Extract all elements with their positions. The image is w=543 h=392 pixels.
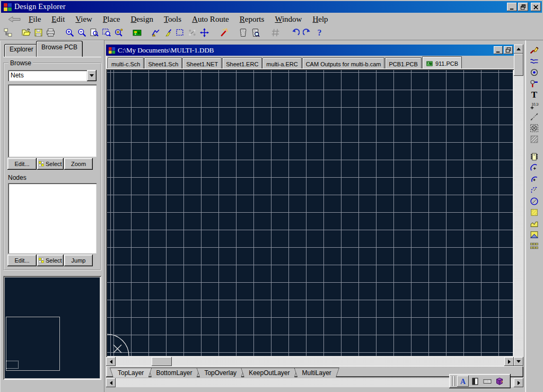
select-area-button[interactable] [174,27,186,39]
scroll-down-button[interactable] [514,357,523,366]
layer-tab-multilayer[interactable]: MultiLayer [294,368,339,377]
menu-view[interactable]: View [70,14,98,24]
zoom-all-button[interactable] [88,27,100,39]
menu-edit[interactable]: Edit [46,14,70,24]
doc-tab-multi-a-erc[interactable]: multi-a.ERC [262,57,301,68]
menu-reports[interactable]: Reports [234,14,270,24]
menu-file[interactable]: File [23,14,46,24]
place-fill-hatched-button[interactable] [527,134,541,145]
nodes-listbox[interactable] [8,183,97,254]
open-document-button[interactable] [20,27,32,39]
place-fill-button[interactable] [527,207,541,218]
workspace-scroll-right-button[interactable] [514,378,523,387]
interactive-routing-button[interactable] [527,45,541,56]
tab-browse-pcb[interactable]: Browse PCB [36,41,83,57]
doc-tab-cam-outputs-for-multi-b-cam[interactable]: CAM Outputs for multi-b.cam [302,57,385,68]
deselect-all-button[interactable] [186,27,198,39]
layer-tab-toplayer[interactable]: TopLayer [110,368,152,377]
toggle-grid-button[interactable] [269,27,282,39]
vertical-scrollbar[interactable] [514,45,523,366]
menu-place[interactable]: Place [98,14,125,24]
move-object-button[interactable] [198,27,211,39]
doc-tab-sheet1-net[interactable]: Sheet1.NET [182,57,222,68]
place-polygon-plane-button[interactable] [527,218,541,229]
board-view-button[interactable] [131,27,143,39]
scroll-left-button[interactable] [106,357,116,366]
board-minimap[interactable] [3,276,101,380]
maximize-button[interactable] [518,3,528,11]
toolbar-grip[interactable] [453,376,455,386]
text-find-button[interactable]: A [457,376,469,387]
place-coordinate-button[interactable]: 10,10 [527,100,541,111]
tab-explorer[interactable]: Explorer [4,44,39,57]
layer-tab-bottomlayer[interactable]: BottomLayer [148,368,200,377]
menu-window[interactable]: Window [269,14,307,24]
doc-tab-911-pcb[interactable]: 911.PCB [422,56,462,68]
place-via-button[interactable] [527,78,541,89]
panel-toggle-button[interactable] [469,376,481,387]
doc-tab-pcb1-pcb[interactable]: PCB1.PCB [385,57,421,68]
button-select[interactable]: Select [37,255,64,266]
place-split-plane-button[interactable] [527,229,541,240]
wizard-button[interactable] [218,27,230,39]
place-arc-angle-button[interactable] [527,185,541,196]
highlight-net-button[interactable] [162,27,174,39]
place-string-button[interactable]: T [527,89,541,100]
place-keepout-button[interactable] [527,123,541,134]
keyboard-shortcuts-button[interactable] [481,376,493,387]
place-arc-center-button[interactable] [527,173,541,185]
find-component-button[interactable] [249,27,261,39]
help-book-button[interactable]: ? [494,376,505,387]
button-edit[interactable]: Edit... [7,255,37,266]
hscroll-track[interactable] [116,357,504,366]
place-arc-edge-button[interactable] [527,162,541,173]
zoom-area-button[interactable] [100,27,112,39]
document-minimize-button[interactable] [494,46,503,54]
place-component-button[interactable] [527,151,541,162]
scroll-up-button[interactable] [514,45,523,54]
print-button[interactable] [45,27,57,39]
doc-tab-multi-c-sch[interactable]: multi-c.Sch [108,57,144,68]
menu-help[interactable]: Help [307,14,333,24]
place-dimension-button[interactable] [527,111,541,123]
browse-library-button[interactable] [237,27,249,39]
menu-arrow-icon[interactable] [7,16,23,23]
vscroll-track[interactable] [514,76,523,357]
document-restore-button[interactable] [504,46,513,54]
undo-button[interactable] [289,27,301,39]
button-zoom[interactable]: Zoom [64,158,93,170]
redo-button[interactable] [301,27,313,39]
minimap-viewport-rect[interactable] [6,361,19,369]
menu-auto-route[interactable]: Auto Route [187,14,234,24]
place-full-circle-button[interactable] [527,196,541,207]
cross-probe-button[interactable] [150,27,162,39]
save-button[interactable] [32,27,45,39]
help-button[interactable]: ? [313,27,326,39]
close-button[interactable] [531,3,541,11]
button-jump[interactable]: Jump [64,255,93,266]
doc-tab-sheet1-sch[interactable]: Sheet1.Sch [144,57,182,68]
toolbar-grip[interactable] [451,376,452,386]
browse-mode-combo[interactable]: Nets [8,70,97,81]
doc-tab-sheet1-erc[interactable]: Sheet1.ERC [222,57,262,68]
place-pad-array-button[interactable] [527,240,541,251]
zoom-point-button[interactable] [112,27,125,39]
layer-tab-keepoutlayer[interactable]: KeepOutLayer [241,368,297,377]
button-edit[interactable]: Edit... [7,158,37,170]
place-pad-button[interactable] [527,67,541,78]
menu-tools[interactable]: Tools [159,14,187,24]
explorer-toggle-button[interactable] [2,27,14,39]
horizontal-scrollbar[interactable] [106,357,514,366]
vscroll-thumb[interactable] [514,54,523,76]
workspace-scroll-left-button[interactable] [106,378,116,387]
place-track-button[interactable] [527,56,541,67]
menu-design[interactable]: Design [125,14,159,24]
zoom-in-button[interactable] [64,27,76,39]
scroll-right-button[interactable] [504,357,514,366]
hscroll-thumb[interactable] [152,357,172,366]
combo-dropdown-button[interactable] [87,70,97,81]
minimize-button[interactable] [507,3,517,11]
zoom-out-button[interactable] [76,27,88,39]
nets-listbox[interactable] [8,84,97,157]
layer-tab-topoverlay[interactable]: TopOverlay [196,368,244,377]
